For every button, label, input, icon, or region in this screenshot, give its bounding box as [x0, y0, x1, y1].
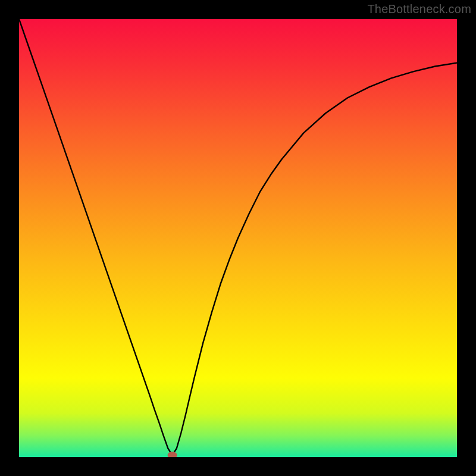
chart-frame: TheBottleneck.com: [0, 0, 476, 476]
watermark-text: TheBottleneck.com: [367, 2, 471, 16]
plot-area: [19, 19, 457, 457]
chart-svg: [19, 19, 457, 457]
